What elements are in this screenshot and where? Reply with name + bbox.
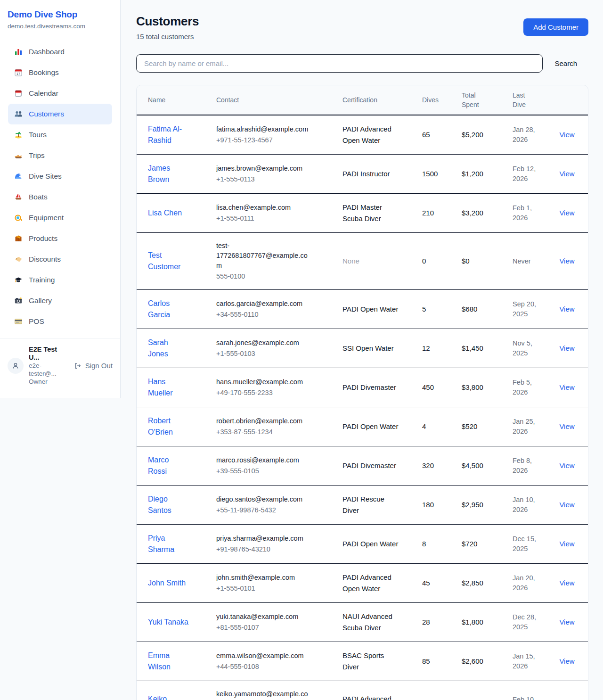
sidebar-item-bookings[interactable]: 17 Bookings: [8, 62, 112, 83]
table-row: Diego Santos diego.santos@example.com +5…: [137, 486, 588, 525]
gallery-icon: [14, 296, 23, 305]
customer-dives: 210: [422, 209, 434, 217]
customer-last-dive: Feb 1, 2026: [513, 203, 542, 223]
customer-name-link[interactable]: Sarah Jones: [148, 337, 189, 360]
view-link[interactable]: View: [559, 209, 574, 217]
sidebar-item-label: Dive Sites: [29, 172, 62, 181]
sidebar-item-label: Equipment: [29, 214, 64, 222]
view-link[interactable]: View: [559, 579, 574, 587]
customer-name-link[interactable]: Priya Sharma: [148, 533, 189, 555]
customer-name-link[interactable]: Yuki Tanaka: [148, 617, 188, 628]
customer-name-link[interactable]: Marco Rossi: [148, 454, 189, 477]
sidebar-item-dashboard[interactable]: Dashboard: [8, 41, 112, 62]
sidebar-item-equipment[interactable]: Equipment: [8, 207, 112, 228]
sign-out-button[interactable]: Sign Out: [73, 362, 113, 370]
customer-dives: 45: [422, 579, 430, 587]
customer-email: emma.wilson@example.com: [216, 651, 313, 661]
view-link[interactable]: View: [559, 131, 574, 139]
customer-certification: PADI Master Scuba Diver: [342, 202, 401, 224]
sidebar-item-pos[interactable]: POS: [8, 311, 112, 332]
customer-certification: PADI Open Water: [342, 538, 398, 550]
sidebar-item-label: Gallery: [29, 296, 52, 305]
customer-phone: +49-170-555-2233: [216, 388, 336, 398]
customer-dives: 0: [422, 257, 426, 265]
customer-certification: SSI Open Water: [342, 343, 394, 354]
sidebar-item-gallery[interactable]: Gallery: [8, 290, 112, 311]
customer-total-spent: $1,200: [462, 170, 483, 178]
table-row: James Brown james.brown@example.com +1-5…: [137, 155, 588, 194]
customer-phone: +353-87-555-1234: [216, 427, 336, 437]
customer-certification: PADI Advanced Open Water: [342, 124, 401, 146]
sidebar-item-calendar[interactable]: Calendar: [8, 83, 112, 104]
customer-last-dive: Feb 8, 2026: [513, 456, 542, 476]
customer-last-dive: Feb 5, 2026: [513, 378, 542, 397]
sidebar-item-discounts[interactable]: Discounts: [8, 249, 112, 270]
customer-name-link[interactable]: Lisa Chen: [148, 207, 182, 219]
add-customer-button[interactable]: Add Customer: [523, 18, 588, 36]
user-name: E2E Test U...: [29, 346, 68, 362]
customer-total-spent: $1,800: [462, 618, 483, 626]
customer-dives: 65: [422, 131, 430, 139]
view-link[interactable]: View: [559, 501, 574, 509]
view-link[interactable]: View: [559, 170, 574, 178]
customer-dives: 320: [422, 461, 434, 469]
customer-name-link[interactable]: Robert O'Brien: [148, 415, 189, 438]
avatar: [8, 358, 24, 374]
customer-name-link[interactable]: John Smith: [148, 577, 186, 589]
table-row: Robert O'Brien robert.obrien@example.com…: [137, 407, 588, 446]
customer-phone: +34-555-0110: [216, 310, 336, 320]
customer-name-link[interactable]: Fatima Al-Rashid: [148, 124, 189, 146]
table-header-row: NameContactCertificationDivesTotal Spent…: [137, 85, 588, 115]
customer-last-dive: Feb 12, 2026: [513, 164, 542, 184]
customer-dives: 28: [422, 618, 430, 626]
customer-total-spent: $720: [462, 540, 477, 548]
customer-name-link[interactable]: Carlos Garcia: [148, 298, 189, 321]
view-link[interactable]: View: [559, 618, 574, 626]
customer-email: keiko.yamamoto@example.com: [216, 689, 313, 700]
column-header-actions: [553, 85, 588, 115]
view-link[interactable]: View: [559, 257, 574, 265]
customer-last-dive: Jan 20, 2026: [513, 573, 542, 593]
search-button[interactable]: Search: [543, 59, 588, 67]
column-header-dives: Dives: [422, 85, 462, 115]
customer-name-link[interactable]: Keiko Yamamoto: [148, 693, 189, 700]
app-domain: demo.test.divestreams.com: [8, 23, 113, 30]
view-link[interactable]: View: [559, 305, 574, 313]
customer-last-dive: Jan 15, 2026: [513, 651, 542, 671]
table-row: Carlos Garcia carlos.garcia@example.com …: [137, 290, 588, 329]
customer-dives: 12: [422, 344, 430, 352]
sidebar-item-training[interactable]: Training: [8, 270, 112, 290]
svg-text:17: 17: [16, 72, 20, 75]
user-email: e2e-tester@...: [29, 362, 68, 378]
customer-certification: None: [342, 255, 359, 267]
sidebar-item-tours[interactable]: Tours: [8, 124, 112, 145]
sidebar-item-trips[interactable]: Trips: [8, 145, 112, 166]
boats-icon: [14, 192, 23, 202]
table-row: Lisa Chen lisa.chen@example.com +1-555-0…: [137, 194, 588, 233]
customer-last-dive: Nov 5, 2025: [513, 338, 542, 358]
customer-name-link[interactable]: Test Customer: [148, 250, 189, 272]
customer-name-link[interactable]: Hans Mueller: [148, 376, 189, 399]
view-link[interactable]: View: [559, 344, 574, 352]
sidebar-item-customers[interactable]: Customers: [8, 104, 112, 124]
customer-certification: PADI Open Water: [342, 421, 398, 432]
sidebar-item-products[interactable]: Products: [8, 228, 112, 249]
table-row: Priya Sharma priya.sharma@example.com +9…: [137, 525, 588, 564]
customer-name-link[interactable]: Emma Wilson: [148, 650, 189, 673]
sidebar: Demo Dive Shop demo.test.divestreams.com…: [0, 0, 121, 398]
customer-dives: 4: [422, 422, 426, 430]
view-link[interactable]: View: [559, 540, 574, 548]
view-link[interactable]: View: [559, 383, 574, 391]
view-link[interactable]: View: [559, 461, 574, 469]
sidebar-item-boats[interactable]: Boats: [8, 187, 112, 207]
customer-dives: 180: [422, 501, 434, 509]
search-input[interactable]: [136, 54, 543, 73]
customer-name-link[interactable]: James Brown: [148, 163, 189, 185]
customer-last-dive: Dec 15, 2025: [513, 534, 542, 554]
view-link[interactable]: View: [559, 422, 574, 430]
sidebar-item-dive-sites[interactable]: Dive Sites: [8, 166, 112, 187]
view-link[interactable]: View: [559, 657, 574, 665]
customer-name-link[interactable]: Diego Santos: [148, 494, 189, 516]
customer-email: sarah.jones@example.com: [216, 338, 313, 348]
customer-email: john.smith@example.com: [216, 573, 313, 583]
